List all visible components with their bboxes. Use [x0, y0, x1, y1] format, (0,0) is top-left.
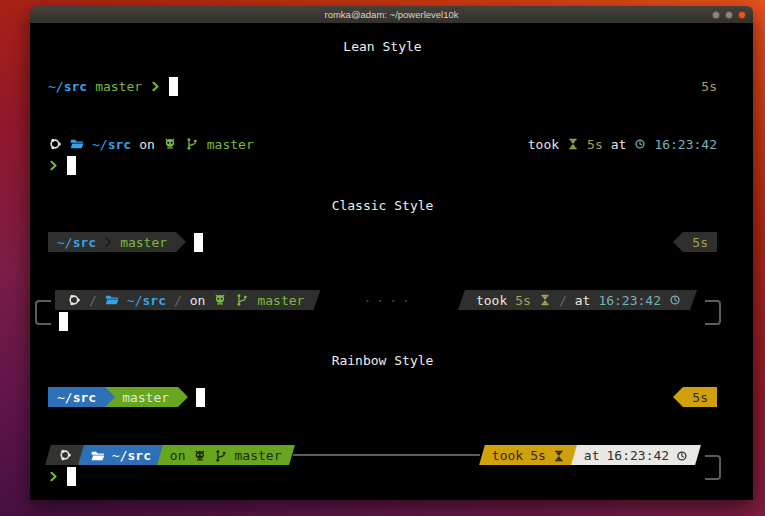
- clock-icon: [669, 294, 681, 306]
- prompt-chevron-icon: [48, 158, 59, 173]
- current-directory: ~/src: [92, 137, 131, 152]
- folder-icon: [91, 448, 105, 462]
- took-label: took: [528, 137, 559, 152]
- git-branch-icon: [214, 448, 228, 462]
- on-label: on: [190, 293, 206, 308]
- prompt-chevron-icon: [48, 469, 59, 484]
- segment-separator-icon: [103, 234, 113, 250]
- git-branch-name: master: [207, 137, 254, 152]
- current-time: 16:23:42: [606, 448, 669, 463]
- at-label: at: [611, 137, 627, 152]
- prompt-frame-right: [705, 300, 721, 325]
- took-label: took: [492, 448, 523, 463]
- cursor: [59, 312, 68, 331]
- prompt-frame-right: [705, 455, 721, 480]
- git-branch-name: master: [120, 235, 167, 250]
- prompt-chevron-icon: [150, 79, 161, 94]
- git-branch-name: master: [122, 390, 169, 405]
- folder-icon: [70, 137, 84, 151]
- cursor: [194, 233, 203, 252]
- window-controls: [712, 6, 746, 23]
- git-branch-name: master: [95, 79, 142, 94]
- lean-prompt-simple: ~/src master 5s: [48, 76, 717, 96]
- github-octoface-icon: [163, 137, 177, 151]
- current-directory: ~/src: [112, 448, 151, 463]
- window-title: romka@adam: ~/powerlevel10k: [325, 9, 459, 20]
- powerline-arrow-icon: [105, 387, 115, 407]
- cursor: [196, 388, 205, 407]
- current-time: 16:23:42: [598, 293, 661, 308]
- clock-icon: [634, 138, 646, 150]
- powerline-arrow-icon: [176, 232, 186, 252]
- github-octoface-icon: [213, 293, 227, 307]
- classic-prompt-simple: ~/src master 5s: [48, 232, 717, 252]
- command-duration: 5s: [692, 235, 708, 250]
- on-label: on: [139, 137, 155, 152]
- current-directory: ~/src: [57, 390, 96, 405]
- git-branch-name: master: [257, 293, 304, 308]
- segment-separator: /: [89, 293, 97, 308]
- rainbow-style-heading: Rainbow Style: [48, 351, 717, 370]
- rainbow-prompt-simple: ~/src master 5s: [48, 387, 717, 407]
- powerline-arrow-icon: [673, 232, 683, 252]
- command-duration: 5s: [701, 79, 717, 94]
- command-duration: 5s: [587, 137, 603, 152]
- maximize-button[interactable]: [725, 11, 733, 19]
- folder-icon: [105, 293, 119, 307]
- window-titlebar[interactable]: romka@adam: ~/powerlevel10k: [30, 6, 753, 24]
- clock-icon: [676, 449, 688, 461]
- hourglass-icon: [553, 449, 565, 461]
- classic-prompt-full: / ~/src / on master ···· took 5s / at 16: [35, 290, 717, 332]
- terminal-window: romka@adam: ~/powerlevel10k Lean Style ~…: [30, 6, 753, 500]
- prompt-connector-line: [293, 454, 480, 456]
- at-label: at: [575, 293, 591, 308]
- os-icon: [67, 293, 81, 307]
- os-icon: [58, 448, 72, 462]
- current-directory: ~/src: [127, 293, 166, 308]
- close-button[interactable]: [738, 11, 746, 19]
- current-time: 16:23:42: [654, 137, 717, 152]
- powerline-arrow-icon: [673, 387, 683, 407]
- segment-separator: /: [559, 293, 567, 308]
- at-label: at: [584, 448, 600, 463]
- git-branch-icon: [185, 137, 199, 151]
- lean-style-heading: Lean Style: [48, 37, 717, 56]
- cursor: [67, 156, 76, 175]
- terminal-body[interactable]: Lean Style ~/src master 5s ~/src on: [30, 23, 753, 500]
- command-duration: 5s: [530, 448, 546, 463]
- current-directory: ~/src: [57, 235, 96, 250]
- prompt-connector-dots: ····: [320, 293, 458, 308]
- took-label: took: [476, 293, 507, 308]
- git-branch-name: master: [235, 448, 282, 463]
- cursor: [169, 77, 178, 96]
- rainbow-prompt-full: ~/src on master took 5s at 16:23:42: [48, 445, 717, 487]
- command-duration: 5s: [515, 293, 531, 308]
- powerline-arrow-icon: [178, 387, 188, 407]
- segment-separator: /: [174, 293, 182, 308]
- minimize-button[interactable]: [712, 11, 720, 19]
- git-branch-icon: [235, 293, 249, 307]
- github-octoface-icon: [193, 448, 207, 462]
- lean-prompt-full: ~/src on master took 5s at 16:23:42: [48, 134, 717, 176]
- command-duration: 5s: [692, 390, 708, 405]
- on-label: on: [170, 448, 186, 463]
- cursor: [67, 467, 76, 486]
- os-icon: [48, 137, 62, 151]
- current-directory: ~/src: [48, 79, 87, 94]
- hourglass-icon: [567, 138, 579, 150]
- classic-style-heading: Classic Style: [48, 196, 717, 215]
- prompt-frame-left: [35, 300, 51, 325]
- hourglass-icon: [539, 294, 551, 306]
